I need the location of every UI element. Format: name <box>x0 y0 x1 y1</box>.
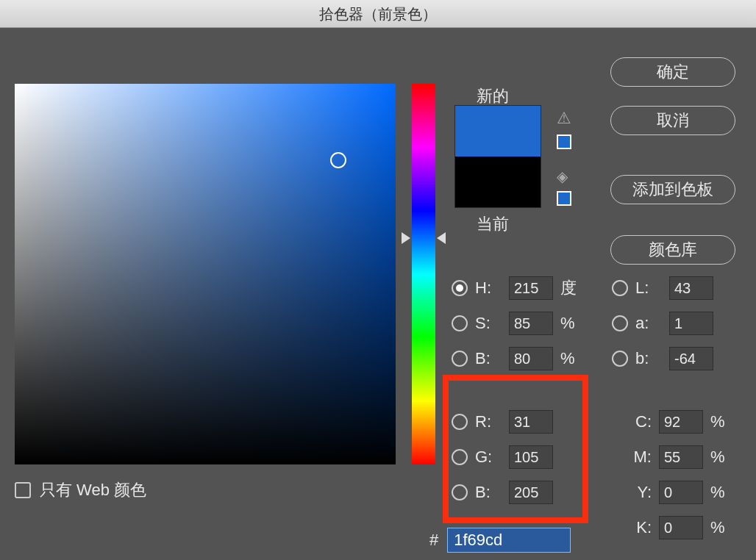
gamut-warning-icon[interactable]: ⚠ <box>557 109 571 128</box>
color-field-cursor[interactable] <box>330 152 346 168</box>
m-label: M: <box>628 448 652 467</box>
h-label: H: <box>475 279 502 298</box>
c-label: C: <box>628 412 652 431</box>
a-radio[interactable] <box>612 315 628 331</box>
m-unit: % <box>710 448 727 467</box>
gamut-safe-swatch[interactable] <box>557 134 571 149</box>
g-radio[interactable] <box>452 449 468 465</box>
hex-input[interactable] <box>447 528 571 553</box>
b-input[interactable] <box>509 481 553 504</box>
web-safe-swatch[interactable] <box>557 191 571 206</box>
c-input[interactable] <box>659 410 703 434</box>
l-label: L: <box>635 279 662 298</box>
hue-slider-thumb-left[interactable] <box>402 232 410 244</box>
s-unit: % <box>560 314 577 333</box>
color-libraries-button[interactable]: 颜色库 <box>610 235 735 265</box>
brightness-radio[interactable] <box>452 351 468 367</box>
web-safe-icon[interactable]: ◈ <box>557 168 568 185</box>
new-color-swatch <box>455 106 541 157</box>
s-label: S: <box>475 314 502 333</box>
hue-slider-thumb-right[interactable] <box>437 232 446 244</box>
h-input[interactable] <box>509 276 553 300</box>
lab-b-input[interactable] <box>669 347 713 370</box>
current-color-label: 当前 <box>477 213 509 235</box>
r-input[interactable] <box>509 410 553 434</box>
b-radio[interactable] <box>452 484 468 500</box>
g-input[interactable] <box>509 445 553 469</box>
a-input[interactable] <box>669 312 713 335</box>
hue-slider[interactable] <box>412 84 435 464</box>
web-only-checkbox[interactable] <box>15 482 31 498</box>
brightness-input[interactable] <box>509 347 553 370</box>
a-label: a: <box>635 314 662 333</box>
color-field[interactable] <box>15 84 396 464</box>
r-label: R: <box>475 412 502 431</box>
brightness-label: B: <box>475 349 502 368</box>
hex-prefix: # <box>429 531 438 550</box>
new-color-label: 新的 <box>477 85 509 107</box>
k-label: K: <box>628 518 652 537</box>
r-radio[interactable] <box>452 414 468 430</box>
h-unit: 度 <box>560 277 577 299</box>
s-input[interactable] <box>509 312 553 335</box>
cancel-button[interactable]: 取消 <box>610 106 735 135</box>
y-label: Y: <box>628 483 652 502</box>
window-title: 拾色器（前景色） <box>0 0 756 28</box>
brightness-unit: % <box>560 349 577 368</box>
ok-button[interactable]: 确定 <box>610 57 735 87</box>
k-input[interactable] <box>659 516 703 539</box>
lab-b-radio[interactable] <box>612 351 628 367</box>
g-label: G: <box>475 448 502 467</box>
l-radio[interactable] <box>612 280 628 296</box>
k-unit: % <box>710 518 727 537</box>
web-only-label: 只有 Web 颜色 <box>40 479 146 501</box>
color-preview <box>454 105 541 208</box>
current-color-swatch[interactable] <box>455 157 541 207</box>
h-radio[interactable] <box>452 280 468 296</box>
dialog-content: 新的 当前 ⚠ ◈ 确定 取消 添加到色板 颜色库 H: 度 S: % B: %… <box>0 28 756 560</box>
add-to-swatches-button[interactable]: 添加到色板 <box>610 175 735 204</box>
y-unit: % <box>710 483 727 502</box>
lab-b-label: b: <box>635 349 662 368</box>
b-label: B: <box>475 483 502 502</box>
l-input[interactable] <box>669 276 713 300</box>
s-radio[interactable] <box>452 315 468 331</box>
y-input[interactable] <box>659 481 703 504</box>
m-input[interactable] <box>659 445 703 469</box>
c-unit: % <box>710 412 727 431</box>
